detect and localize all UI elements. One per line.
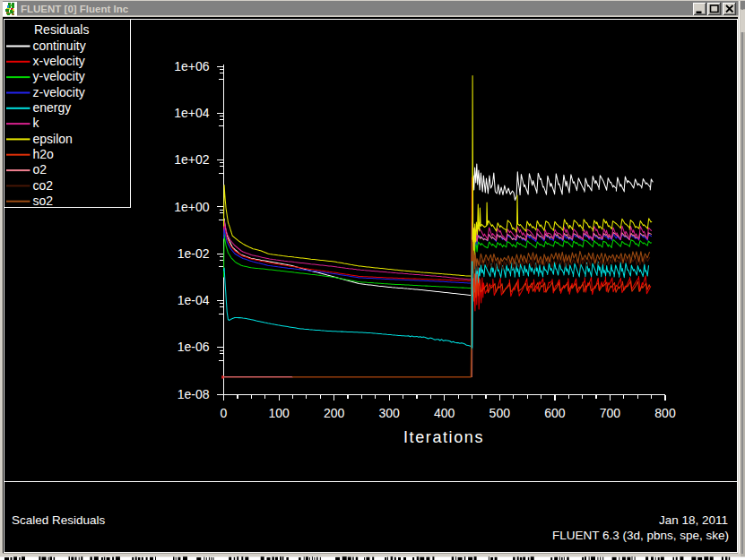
- svg-text:600: 600: [544, 406, 566, 420]
- svg-text:400: 400: [434, 406, 455, 420]
- svg-text:Jan 18, 2011: Jan 18, 2011: [659, 513, 728, 527]
- svg-text:energy: energy: [33, 100, 72, 115]
- svg-text:1e-04: 1e-04: [178, 293, 210, 307]
- svg-text:Scaled Residuals: Scaled Residuals: [12, 513, 106, 527]
- svg-text:200: 200: [324, 406, 345, 420]
- svg-text:continuity: continuity: [33, 39, 86, 53]
- svg-text:1e+02: 1e+02: [174, 152, 210, 167]
- svg-text:so2: so2: [33, 194, 54, 208]
- svg-text:FLUENT [0] Fluent Inc: FLUENT [0] Fluent Inc: [21, 4, 129, 14]
- svg-text:1e+00: 1e+00: [174, 200, 210, 214]
- svg-text:1e-02: 1e-02: [178, 246, 210, 261]
- svg-text:k: k: [33, 116, 40, 130]
- svg-text:1e+06: 1e+06: [174, 59, 210, 73]
- svg-text:h2o: h2o: [33, 147, 55, 161]
- svg-text:Residuals: Residuals: [34, 22, 89, 37]
- svg-text:1e+04: 1e+04: [174, 106, 210, 120]
- svg-text:z-velocity: z-velocity: [33, 85, 85, 99]
- svg-text:1e-06: 1e-06: [178, 340, 210, 354]
- svg-text:500: 500: [489, 406, 511, 420]
- svg-text:o2: o2: [33, 162, 48, 177]
- svg-text:x-velocity: x-velocity: [33, 54, 85, 68]
- svg-text:FLUENT 6.3 (3d, pbns, spe, ske: FLUENT 6.3 (3d, pbns, spe, ske): [552, 529, 729, 542]
- svg-text:100: 100: [268, 406, 290, 420]
- svg-text:800: 800: [654, 406, 676, 420]
- svg-text:co2: co2: [33, 178, 54, 193]
- svg-text:300: 300: [379, 406, 401, 420]
- svg-text:700: 700: [600, 406, 621, 420]
- svg-text:epsilon: epsilon: [33, 132, 73, 146]
- svg-text:0: 0: [221, 406, 228, 420]
- svg-text:y-velocity: y-velocity: [33, 69, 85, 83]
- svg-text:1e-08: 1e-08: [178, 387, 210, 401]
- svg-text:Iterations: Iterations: [403, 428, 484, 446]
